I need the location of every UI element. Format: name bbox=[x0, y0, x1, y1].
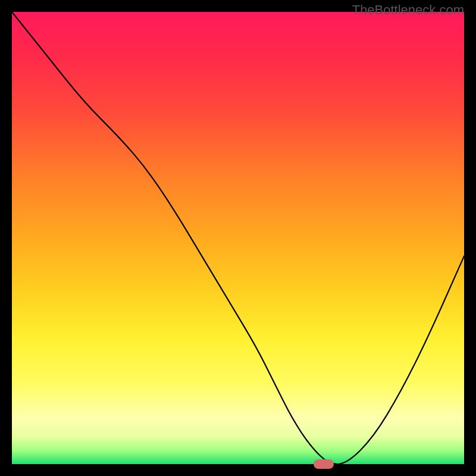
optimal-point-marker bbox=[314, 459, 334, 469]
bottleneck-curve bbox=[12, 12, 464, 464]
chart-plot-area bbox=[12, 12, 464, 464]
watermark-text: TheBottleneck.com bbox=[352, 2, 464, 18]
